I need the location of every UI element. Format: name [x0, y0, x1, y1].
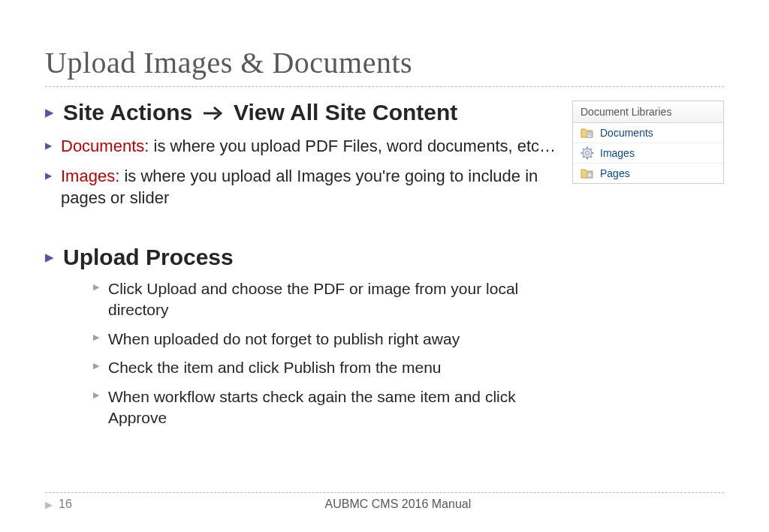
svg-line-11 — [590, 156, 592, 158]
doclib-item-label: Pages — [600, 167, 630, 179]
bullet-arrow-icon: ▶ — [45, 141, 52, 150]
doclib-item-label: Images — [600, 147, 635, 159]
documents-bullet: ▶ Documents: is where you upload PDF Fil… — [45, 135, 559, 158]
nav-suffix: View All Site Content — [234, 100, 457, 125]
nav-text: Site Actions View All Site Content — [63, 99, 457, 128]
upload-step-text: When workflow starts check again the sam… — [108, 386, 559, 429]
upload-step: ▶ Click Upload and choose the PDF or ima… — [93, 278, 559, 321]
documents-label: Documents — [61, 137, 144, 155]
footer-row: ▶ 16 AUBMC CMS 2016 Manual — [45, 497, 724, 511]
folder-page-icon — [581, 167, 594, 180]
images-label: Images — [61, 167, 115, 185]
doclib-item-documents[interactable]: Documents — [573, 123, 723, 143]
sub-bullet-arrow-icon: ▶ — [93, 333, 99, 341]
sub-bullet-arrow-icon: ▶ — [93, 391, 99, 399]
images-desc: : is where you upload all Images you're … — [61, 167, 538, 208]
main-column: ▶ Site Actions View All Site Content ▶ D… — [45, 99, 559, 436]
upload-steps-list: ▶ Click Upload and choose the PDF or ima… — [45, 278, 559, 428]
sub-bullet-arrow-icon: ▶ — [93, 362, 99, 370]
upload-step: ▶ When uploaded do not forget to publish… — [93, 329, 559, 350]
slide-footer: ▶ 16 AUBMC CMS 2016 Manual — [0, 492, 769, 511]
upload-step-text: Check the item and click Publish from th… — [108, 357, 442, 378]
svg-line-12 — [590, 149, 592, 150]
doclib-item-pages[interactable]: Pages — [573, 164, 723, 183]
doclib-item-label: Documents — [600, 127, 653, 139]
content-row: ▶ Site Actions View All Site Content ▶ D… — [45, 99, 724, 436]
right-arrow-icon — [202, 101, 225, 128]
documents-desc: : is where you upload PDF Files, word do… — [144, 137, 556, 155]
images-bullet: ▶ Images: is where you upload all Images… — [45, 165, 559, 209]
doclib-header: Document Libraries — [573, 101, 723, 123]
upload-step: ▶ Check the item and click Publish from … — [93, 357, 559, 378]
slide-title: Upload Images & Documents — [45, 45, 724, 80]
bullet-arrow-icon: ▶ — [45, 107, 54, 118]
upload-process-heading-row: ▶ Upload Process — [45, 244, 559, 271]
svg-line-10 — [583, 149, 584, 150]
footer-arrow-icon: ▶ — [45, 499, 53, 510]
title-divider — [45, 86, 724, 87]
spacer — [45, 217, 559, 244]
svg-point-5 — [586, 152, 590, 155]
svg-rect-15 — [588, 173, 591, 175]
upload-step-text: Click Upload and choose the PDF or image… — [108, 278, 559, 321]
upload-process-heading: Upload Process — [63, 244, 234, 271]
nav-prefix: Site Actions — [63, 100, 192, 125]
folder-document-icon — [581, 126, 594, 140]
sub-bullet-arrow-icon: ▶ — [93, 283, 99, 291]
bullet-arrow-icon: ▶ — [45, 171, 52, 180]
slide: Upload Images & Documents ▶ Site Actions… — [0, 0, 769, 532]
page-number: 16 — [59, 497, 72, 511]
bullet-arrow-icon: ▶ — [45, 251, 54, 263]
documents-text: Documents: is where you upload PDF Files… — [61, 135, 556, 158]
nav-bullet: ▶ Site Actions View All Site Content — [45, 99, 559, 128]
gear-icon — [581, 146, 594, 160]
manual-name: AUBMC CMS 2016 Manual — [72, 497, 724, 511]
upload-step-text: When uploaded do not forget to publish r… — [108, 329, 460, 350]
svg-line-13 — [583, 156, 584, 158]
footer-divider — [45, 492, 724, 493]
document-libraries-panel: Document Libraries Documents — [572, 101, 724, 184]
upload-step: ▶ When workflow starts check again the s… — [93, 386, 559, 429]
images-text: Images: is where you upload all Images y… — [61, 165, 559, 209]
doclib-item-images[interactable]: Images — [573, 143, 723, 164]
